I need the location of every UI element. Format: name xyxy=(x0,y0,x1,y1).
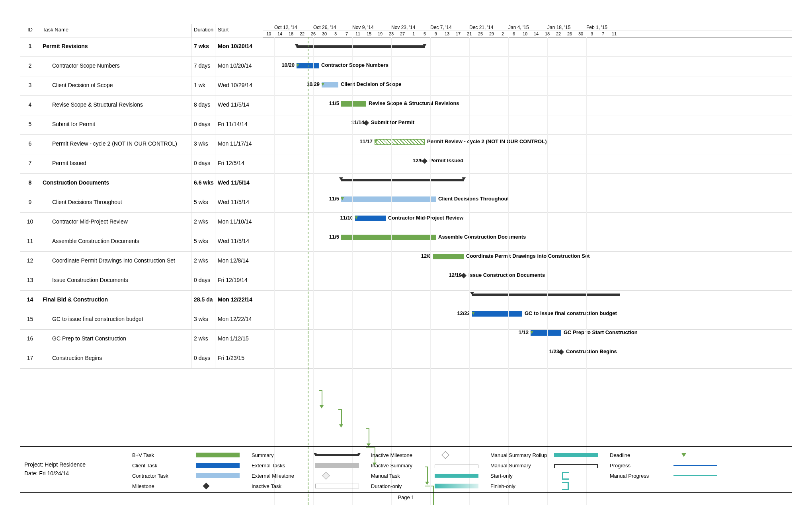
timeline-row: 10/20Contractor Scope Numbers xyxy=(263,56,792,75)
task-duration: 0 days xyxy=(191,154,215,173)
task-duration: 5 wks xyxy=(191,232,215,251)
minor-tick: 18 xyxy=(285,31,297,36)
timeline-row: 11/5Client Decisions Throughout xyxy=(263,190,792,209)
task-start: Mon 10/20/14 xyxy=(215,37,263,56)
task-start: Mon 12/22/14 xyxy=(215,291,263,310)
task-start: Mon 10/20/14 xyxy=(215,57,263,76)
major-tick: Nov 23, '14 xyxy=(391,25,415,30)
svg-marker-1 xyxy=(321,83,324,86)
legend-label: Finish-only xyxy=(490,483,554,489)
task-duration: 28.5 da xyxy=(191,291,215,310)
legend-label: Inactive Summary xyxy=(371,463,435,469)
summary-bar xyxy=(341,179,464,181)
minor-tick: 19 xyxy=(375,31,386,36)
task-duration: 0 days xyxy=(191,115,215,134)
task-duration: 0 days xyxy=(191,271,215,290)
task-duration: 0 days xyxy=(191,349,215,368)
task-duration: 6.6 wks xyxy=(191,174,215,193)
svg-marker-8 xyxy=(472,312,475,315)
legend-swatch xyxy=(196,453,252,457)
bar-date-label: 12/22 xyxy=(448,310,470,316)
bar-date-label: 12/19 xyxy=(440,272,462,278)
task-name: Client Decisions Throughout xyxy=(40,193,191,212)
task-name: Assemble Construction Documents xyxy=(40,232,191,251)
minor-tick: 18 xyxy=(542,31,553,36)
task-id: 10 xyxy=(20,213,40,232)
timeline-row: 11/14Submit for Permit xyxy=(263,113,792,132)
task-id: 9 xyxy=(20,193,40,212)
minor-tick: 5 xyxy=(419,31,430,36)
major-tick: Feb 1, '15 xyxy=(586,25,607,30)
minor-tick: 25 xyxy=(475,31,486,36)
timeline-row: 1/12GC Prep to Start Construction xyxy=(263,323,792,342)
start-marker-icon xyxy=(374,139,377,144)
svg-marker-5 xyxy=(355,216,358,220)
major-tick: Oct 26, '14 xyxy=(313,25,336,30)
timeline-row: 12/8Coordinate Permit Drawings into Cons… xyxy=(263,247,792,266)
task-name: Contractor Mid-Project Review xyxy=(40,213,191,232)
minor-tick: 3 xyxy=(330,31,341,36)
legend-label: External Tasks xyxy=(252,463,315,469)
legend-row: B+V TaskSummaryInactive MilestoneManual … xyxy=(132,450,792,460)
task-id: 5 xyxy=(20,115,40,134)
svg-marker-0 xyxy=(296,64,299,67)
start-marker-icon xyxy=(530,330,533,335)
bar-text-label: GC Prep to Start Construction xyxy=(564,329,638,335)
minor-tick: 13 xyxy=(441,31,453,36)
task-name: Permit Issued xyxy=(40,154,191,173)
task-duration: 3 wks xyxy=(191,135,215,154)
bar-date-label: 11/14 xyxy=(342,119,364,125)
legend-swatch xyxy=(196,473,252,478)
minor-tick: 29 xyxy=(486,31,497,36)
start-marker-icon xyxy=(472,311,475,316)
timeline-row: 12/22GC to issue final construction budg… xyxy=(263,304,792,323)
legend-label: Milestone xyxy=(132,483,196,489)
bar-text-label: Assemble Construction Documents xyxy=(438,234,526,240)
timeline-row: 11/17Permit Review - cycle 2 (NOT IN OUR… xyxy=(263,132,792,152)
legend-label: Manual Progress xyxy=(610,473,673,479)
bar-date-label: 1/12 xyxy=(507,329,529,335)
task-duration: 2 wks xyxy=(191,330,215,349)
legend-label: Manual Task xyxy=(371,473,435,479)
legend-label: Inactive Task xyxy=(252,483,315,489)
bar-date-label: 12/5 xyxy=(401,158,423,163)
task-duration: 1 wk xyxy=(191,76,215,95)
svg-marker-7 xyxy=(433,255,436,258)
start-marker-icon xyxy=(433,253,436,259)
task-name: Issue Construction Documents xyxy=(40,271,191,290)
legend-label: Deadline xyxy=(610,452,673,458)
task-name: Final Bid & Construction xyxy=(40,291,191,310)
task-start: Wed 11/5/14 xyxy=(215,174,263,193)
task-duration: 8 days xyxy=(191,96,215,115)
legend-label: Contractor Task xyxy=(132,473,196,479)
milestone-icon xyxy=(558,349,564,355)
task-name: Contractor Scope Numbers xyxy=(40,57,191,76)
task-id: 3 xyxy=(20,76,40,95)
task-id: 14 xyxy=(20,291,40,310)
legend-swatch xyxy=(554,453,610,457)
task-bar xyxy=(341,235,436,240)
legend-row: Client TaskExternal TasksInactive Summar… xyxy=(132,460,792,471)
start-marker-icon xyxy=(355,215,358,221)
task-bar xyxy=(355,216,386,221)
legend-label: Start-only xyxy=(490,473,554,479)
timeline-major-scale: Oct 12, '14Oct 26, '14Nov 9, '14Nov 23, … xyxy=(263,24,792,31)
major-tick: Nov 9, '14 xyxy=(352,25,374,30)
minor-tick: 7 xyxy=(341,31,352,36)
project-info: Project: Heipt Residence Date: Fri 10/24… xyxy=(20,447,132,494)
start-marker-icon xyxy=(296,62,299,68)
milestone-icon xyxy=(422,158,427,164)
task-bar xyxy=(375,139,425,145)
legend-swatch xyxy=(196,484,252,488)
task-name: GC to issue final construction budget xyxy=(40,310,191,329)
legend-swatch xyxy=(435,484,490,488)
legend-label: Progress xyxy=(610,463,673,469)
bar-date-label: 10/20 xyxy=(273,62,295,68)
bar-text-label: Contractor Scope Numbers xyxy=(321,62,388,68)
minor-tick: 22 xyxy=(297,31,308,36)
bar-text-label: Client Decisions Throughout xyxy=(438,196,509,202)
major-tick: Jan 4, '15 xyxy=(508,25,529,30)
col-start: Start xyxy=(215,24,263,37)
task-id: 1 xyxy=(20,37,40,56)
minor-tick: 15 xyxy=(363,31,375,36)
